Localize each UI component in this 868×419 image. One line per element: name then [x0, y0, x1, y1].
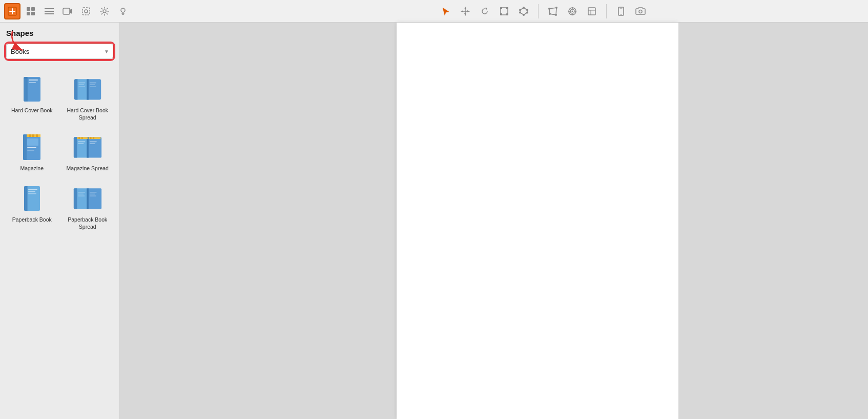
magazine-label: Magazine	[20, 165, 44, 172]
svg-rect-85	[89, 194, 95, 194]
distort-tool[interactable]	[545, 3, 561, 19]
svg-point-49	[621, 14, 622, 15]
shape-item-magazine-spread[interactable]: Magazine Spread	[62, 128, 114, 175]
svg-marker-22	[467, 10, 469, 12]
canvas-area	[120, 23, 868, 419]
svg-rect-64	[36, 134, 38, 137]
svg-rect-76	[89, 142, 96, 142]
svg-rect-58	[89, 83, 96, 83]
resize-tool[interactable]	[496, 3, 512, 19]
shape-item-paperback-book-spread[interactable]: Paperback Book Spread	[62, 179, 114, 233]
svg-point-15	[121, 8, 125, 12]
svg-point-32	[523, 14, 525, 16]
svg-rect-75	[78, 144, 84, 144]
sidebar-title: Shapes	[5, 29, 114, 37]
svg-point-37	[555, 14, 557, 16]
hard-cover-book-icon	[17, 74, 47, 104]
category-select[interactable]: Books Arrows Callouts Charts Flowchart F…	[6, 44, 113, 59]
svg-rect-27	[500, 13, 502, 15]
camera-tool[interactable]	[632, 3, 649, 19]
svg-rect-72	[90, 137, 91, 139]
shape-item-hard-cover-book-spread[interactable]: Hard Cover Book Spread	[62, 70, 114, 124]
node-tool[interactable]	[515, 3, 532, 19]
main-layout: Shapes Books Arrows Callouts Charts Flow…	[0, 23, 868, 419]
grid-button[interactable]	[23, 3, 39, 19]
svg-rect-25	[500, 7, 502, 9]
menu-button[interactable]	[41, 3, 57, 19]
paperback-book-spread-icon	[73, 184, 102, 213]
svg-rect-66	[27, 147, 36, 148]
svg-rect-74	[78, 142, 85, 142]
svg-point-41	[572, 10, 573, 12]
toolbar-divider-2	[606, 4, 607, 18]
svg-marker-21	[461, 10, 463, 12]
svg-point-35	[548, 8, 550, 10]
svg-rect-81	[78, 192, 85, 192]
svg-point-14	[103, 10, 106, 13]
hard-cover-book-spread-label: Hard Cover Book Spread	[64, 107, 112, 121]
svg-rect-3	[27, 7, 30, 11]
sidebar: Shapes Books Arrows Callouts Charts Flow…	[0, 23, 120, 419]
paperback-book-label: Paperback Book	[12, 216, 52, 224]
svg-point-51	[639, 10, 642, 13]
svg-rect-62	[29, 134, 31, 137]
svg-rect-59	[89, 85, 95, 85]
lightbulb-button[interactable]	[115, 3, 131, 19]
magazine-icon	[17, 132, 47, 162]
paperback-book-icon	[17, 184, 47, 213]
magazine-spread-icon	[73, 132, 102, 162]
svg-rect-80	[28, 193, 36, 194]
svg-point-31	[526, 11, 528, 13]
svg-point-30	[526, 9, 528, 11]
move-tool[interactable]	[457, 3, 473, 19]
svg-rect-79	[28, 191, 35, 192]
svg-rect-46	[588, 8, 595, 15]
svg-point-34	[519, 9, 521, 11]
canvas-white[interactable]	[397, 23, 678, 419]
svg-rect-84	[89, 192, 96, 192]
svg-rect-60	[89, 86, 96, 87]
rotate-tool[interactable]	[477, 3, 493, 19]
svg-rect-53	[29, 79, 38, 81]
svg-rect-57	[78, 86, 85, 87]
svg-rect-5	[27, 12, 30, 15]
hard-cover-book-label: Hard Cover Book	[11, 107, 53, 114]
video-button[interactable]	[59, 3, 76, 19]
settings-button[interactable]	[96, 3, 113, 19]
magazine-spread-label: Magazine Spread	[67, 165, 109, 172]
svg-rect-65	[27, 138, 38, 146]
svg-rect-69	[78, 137, 80, 139]
phone-tool[interactable]	[613, 3, 629, 19]
svg-rect-28	[506, 13, 508, 15]
toolbar-divider-1	[538, 4, 539, 18]
svg-rect-70	[81, 137, 83, 139]
target-tool[interactable]	[564, 3, 581, 19]
shape-item-paperback-book[interactable]: Paperback Book	[6, 179, 58, 233]
svg-marker-20	[464, 13, 466, 15]
svg-rect-73	[93, 137, 94, 139]
svg-rect-54	[29, 82, 36, 83]
svg-point-29	[523, 7, 525, 9]
crop-button[interactable]	[78, 3, 94, 19]
svg-rect-77	[89, 144, 95, 144]
cursor-tool[interactable]	[438, 3, 454, 19]
shape-item-magazine[interactable]: Magazine	[6, 128, 58, 175]
svg-rect-78	[28, 189, 37, 190]
svg-rect-67	[27, 150, 34, 151]
canvas-right-gutter	[678, 23, 868, 419]
add-shape-button[interactable]	[4, 3, 20, 19]
svg-rect-12	[82, 8, 90, 15]
svg-rect-82	[78, 194, 84, 194]
edit-tool[interactable]	[584, 3, 600, 19]
svg-point-13	[85, 10, 88, 13]
svg-rect-10	[63, 8, 70, 14]
category-select-wrapper: Books Arrows Callouts Charts Flowchart F…	[5, 43, 114, 60]
svg-rect-4	[31, 7, 35, 11]
svg-rect-55	[78, 83, 85, 83]
svg-marker-19	[464, 7, 466, 9]
toolbar	[0, 0, 868, 23]
shape-item-hard-cover-book[interactable]: Hard Cover Book	[6, 70, 58, 124]
svg-rect-56	[78, 85, 84, 85]
svg-rect-86	[89, 195, 96, 196]
shape-grid: Hard Cover Book	[5, 68, 114, 235]
